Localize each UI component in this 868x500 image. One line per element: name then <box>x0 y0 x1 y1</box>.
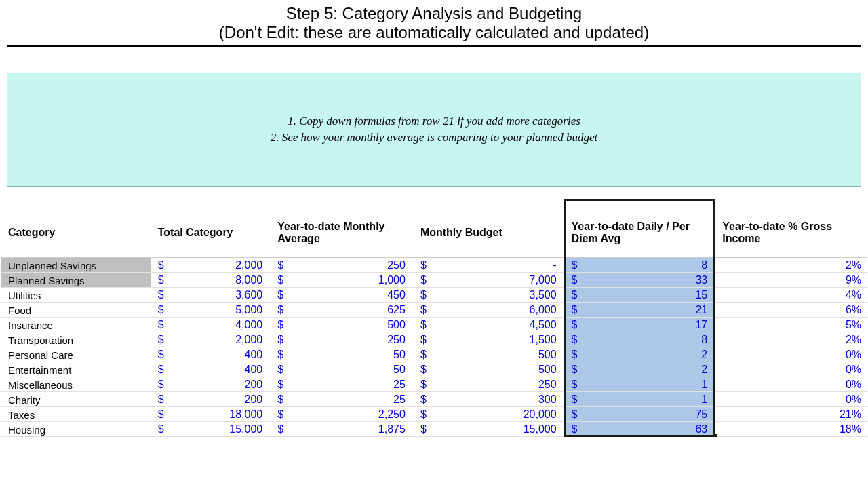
cell-pct-gross[interactable]: 21% <box>715 407 867 422</box>
cell-total[interactable]: $400 <box>151 362 271 377</box>
cell-monthly-budget[interactable]: $300 <box>414 392 565 407</box>
cell-total[interactable]: $15,000 <box>151 422 271 437</box>
cell-monthly-budget[interactable]: $3,500 <box>414 288 565 303</box>
cell-pct-gross[interactable]: 0% <box>715 347 867 362</box>
cell-category[interactable]: Housing <box>1 422 151 437</box>
table-row: Taxes$18,000$2,250$20,000$7521% <box>1 407 867 422</box>
cell-ytd-monthly[interactable]: $50 <box>271 362 414 377</box>
cell-pct-gross[interactable]: 0% <box>715 362 867 377</box>
cell-ytd-monthly[interactable]: $450 <box>271 288 414 303</box>
cell-category[interactable]: Transportation <box>1 332 151 347</box>
instruction-box: 1. Copy down formulas from row 21 if you… <box>7 73 861 187</box>
fill-handle[interactable] <box>713 434 717 438</box>
table-row: Food$5,000$625$6,000$216% <box>1 303 867 318</box>
cell-monthly-budget[interactable]: $500 <box>414 347 565 362</box>
cell-category[interactable]: Miscellaneous <box>1 377 151 392</box>
header-row: Category Total Category Year-to-date Mon… <box>1 200 867 258</box>
cell-ytd-monthly[interactable]: $25 <box>271 392 414 407</box>
cell-per-diem[interactable]: $1 <box>565 392 716 407</box>
table-row: Charity$200$25$300$10% <box>1 392 867 407</box>
cell-per-diem[interactable]: $1 <box>565 377 716 392</box>
cell-monthly-budget[interactable]: $250 <box>414 377 565 392</box>
col-header-monthly-budget[interactable]: Monthly Budget <box>414 200 565 258</box>
data-table-wrap: Category Total Category Year-to-date Mon… <box>0 200 868 437</box>
table-row: Utilities$3,600$450$3,500$154% <box>1 288 867 303</box>
cell-pct-gross[interactable]: 2% <box>715 258 867 273</box>
cell-category[interactable]: Taxes <box>1 407 151 422</box>
col-header-per-diem[interactable]: Year-to-date Daily / Per Diem Avg <box>565 200 716 258</box>
cell-monthly-budget[interactable]: $- <box>414 258 565 273</box>
table-row: Housing$15,000$1,875$15,000$6318% <box>1 422 867 437</box>
col-header-pct-gross[interactable]: Year-to-date % Gross Income <box>715 200 867 258</box>
cell-pct-gross[interactable]: 6% <box>715 303 867 318</box>
cell-total[interactable]: $200 <box>151 377 271 392</box>
title-line-2: (Don't Edit: these are automatically cal… <box>0 23 868 42</box>
spreadsheet-sheet: Step 5: Category Analysis and Budgeting … <box>0 0 868 437</box>
cell-per-diem[interactable]: $2 <box>565 347 716 362</box>
cell-ytd-monthly[interactable]: $50 <box>271 347 414 362</box>
cell-per-diem[interactable]: $2 <box>565 362 716 377</box>
cell-category[interactable]: Insurance <box>1 318 151 332</box>
table-row: Entertainment$400$50$500$20% <box>1 362 867 377</box>
cell-ytd-monthly[interactable]: $25 <box>271 377 414 392</box>
cell-per-diem[interactable]: $75 <box>565 407 716 422</box>
cell-category[interactable]: Food <box>1 303 151 318</box>
cell-pct-gross[interactable]: 2% <box>715 332 867 347</box>
cell-ytd-monthly[interactable]: $250 <box>271 258 414 273</box>
cell-pct-gross[interactable]: 18% <box>715 422 867 437</box>
cell-monthly-budget[interactable]: $7,000 <box>414 273 565 288</box>
cell-total[interactable]: $8,000 <box>151 273 271 288</box>
col-header-category[interactable]: Category <box>1 200 151 258</box>
cell-total[interactable]: $4,000 <box>151 318 271 332</box>
cell-pct-gross[interactable]: 4% <box>715 288 867 303</box>
cell-per-diem[interactable]: $8 <box>565 258 716 273</box>
cell-ytd-monthly[interactable]: $250 <box>271 332 414 347</box>
instruction-line-1: 1. Copy down formulas from row 21 if you… <box>288 115 580 128</box>
cell-category[interactable]: Entertainment <box>1 362 151 377</box>
cell-monthly-budget[interactable]: $6,000 <box>414 303 565 318</box>
cell-total[interactable]: $3,600 <box>151 288 271 303</box>
cell-monthly-budget[interactable]: $4,500 <box>414 318 565 332</box>
cell-per-diem[interactable]: $63 <box>565 422 716 437</box>
title-underline <box>7 45 861 47</box>
cell-total[interactable]: $400 <box>151 347 271 362</box>
cell-ytd-monthly[interactable]: $1,875 <box>271 422 414 437</box>
table-row: Insurance$4,000$500$4,500$175% <box>1 318 867 332</box>
cell-per-diem[interactable]: $21 <box>565 303 716 318</box>
cell-category[interactable]: Personal Care <box>1 347 151 362</box>
cell-ytd-monthly[interactable]: $1,000 <box>271 273 414 288</box>
cell-pct-gross[interactable]: 5% <box>715 318 867 332</box>
cell-total[interactable]: $200 <box>151 392 271 407</box>
cell-per-diem[interactable]: $15 <box>565 288 716 303</box>
col-header-ytd-monthly[interactable]: Year-to-date Monthly Average <box>271 200 414 258</box>
instruction-line-2: 2. See how your monthly average is compa… <box>271 131 598 145</box>
cell-category[interactable]: Unplanned Savings <box>1 258 151 273</box>
cell-monthly-budget[interactable]: $500 <box>414 362 565 377</box>
table-row: Transportation$2,000$250$1,500$82% <box>1 332 867 347</box>
cell-ytd-monthly[interactable]: $625 <box>271 303 414 318</box>
cell-per-diem[interactable]: $17 <box>565 318 716 332</box>
cell-category[interactable]: Utilities <box>1 288 151 303</box>
cell-monthly-budget[interactable]: $15,000 <box>414 422 565 437</box>
cell-category[interactable]: Charity <box>1 392 151 407</box>
cell-pct-gross[interactable]: 9% <box>715 273 867 288</box>
cell-category[interactable]: Planned Savings <box>1 273 151 288</box>
col-header-total[interactable]: Total Category <box>151 200 271 258</box>
table-row: Personal Care$400$50$500$20% <box>1 347 867 362</box>
cell-monthly-budget[interactable]: $20,000 <box>414 407 565 422</box>
cell-pct-gross[interactable]: 0% <box>715 377 867 392</box>
cell-ytd-monthly[interactable]: $500 <box>271 318 414 332</box>
cell-per-diem[interactable]: $8 <box>565 332 716 347</box>
cell-pct-gross[interactable]: 0% <box>715 392 867 407</box>
cell-total[interactable]: $5,000 <box>151 303 271 318</box>
cell-total[interactable]: $2,000 <box>151 332 271 347</box>
cell-ytd-monthly[interactable]: $2,250 <box>271 407 414 422</box>
table-body: Unplanned Savings$2,000$250$-$82%Planned… <box>1 258 867 437</box>
cell-total[interactable]: $18,000 <box>151 407 271 422</box>
cell-per-diem[interactable]: $33 <box>565 273 716 288</box>
cell-total[interactable]: $2,000 <box>151 258 271 273</box>
cell-monthly-budget[interactable]: $1,500 <box>414 332 565 347</box>
data-table[interactable]: Category Total Category Year-to-date Mon… <box>1 200 867 437</box>
table-row: Planned Savings$8,000$1,000$7,000$339% <box>1 273 867 288</box>
title-block: Step 5: Category Analysis and Budgeting … <box>0 0 868 47</box>
